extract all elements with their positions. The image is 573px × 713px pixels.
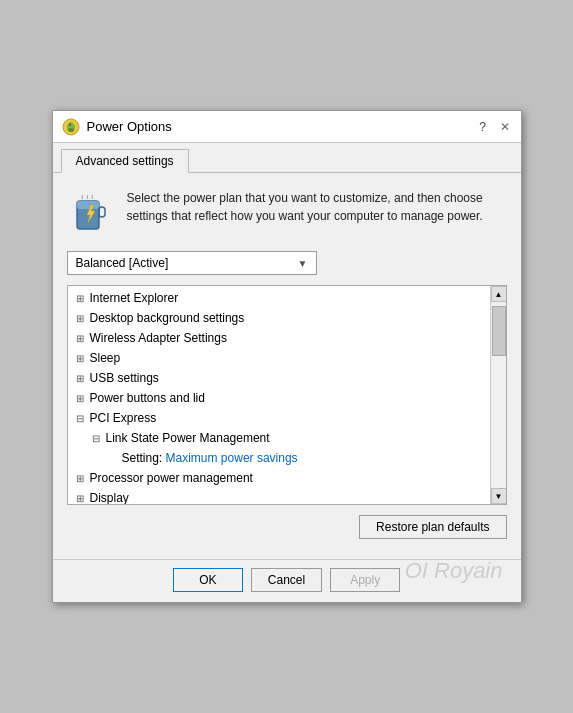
scroll-up-button[interactable]: ▲ bbox=[491, 286, 507, 302]
expand-internet-explorer-icon[interactable]: ⊞ bbox=[72, 290, 88, 306]
close-button[interactable]: ✕ bbox=[497, 119, 513, 135]
power-options-window: Power Options ? ✕ Advanced settings bbox=[52, 110, 522, 603]
apply-button[interactable]: Apply bbox=[330, 568, 400, 592]
expand-usb-icon[interactable]: ⊞ bbox=[72, 370, 88, 386]
cancel-button[interactable]: Cancel bbox=[251, 568, 322, 592]
link-state-label: Link State Power Management bbox=[106, 431, 270, 445]
settings-list: ⊞ Internet Explorer ⊞ Desktop background… bbox=[68, 286, 506, 505]
description-text: Select the power plan that you want to c… bbox=[127, 189, 507, 225]
list-item[interactable]: ⊞ Desktop background settings bbox=[68, 308, 506, 328]
settings-list-container[interactable]: ⊞ Internet Explorer ⊞ Desktop background… bbox=[67, 285, 507, 505]
expand-link-state-icon[interactable]: ⊟ bbox=[88, 430, 104, 446]
expand-wireless-icon[interactable]: ⊞ bbox=[72, 330, 88, 346]
setting-row-container: Setting: Maximum power savings bbox=[68, 448, 506, 468]
scrollbar[interactable]: ▲ ▼ bbox=[490, 286, 506, 504]
expand-sleep-icon[interactable]: ⊞ bbox=[72, 350, 88, 366]
expand-pci-icon[interactable]: ⊟ bbox=[72, 410, 88, 426]
pci-express-label: PCI Express bbox=[90, 411, 157, 425]
help-button[interactable]: ? bbox=[475, 119, 491, 135]
list-item[interactable]: ⊟ PCI Express bbox=[68, 408, 506, 428]
dropdown-arrow-icon: ▼ bbox=[298, 258, 308, 269]
power-buttons-lid-label: Power buttons and lid bbox=[90, 391, 205, 405]
title-controls: ? ✕ bbox=[475, 119, 513, 135]
list-item[interactable]: ⊟ Link State Power Management bbox=[68, 428, 506, 448]
svg-rect-3 bbox=[77, 201, 99, 209]
scroll-thumb[interactable] bbox=[492, 306, 506, 356]
list-item[interactable]: ⊞ USB settings bbox=[68, 368, 506, 388]
power-plan-dropdown[interactable]: Balanced [Active] ▼ bbox=[67, 251, 317, 275]
list-item[interactable]: ⊞ Wireless Adapter Settings bbox=[68, 328, 506, 348]
usb-settings-label: USB settings bbox=[90, 371, 159, 385]
restore-plan-defaults-button[interactable]: Restore plan defaults bbox=[359, 515, 506, 539]
internet-explorer-label: Internet Explorer bbox=[90, 291, 179, 305]
list-item[interactable]: ⊞ Sleep bbox=[68, 348, 506, 368]
list-item[interactable]: ⊞ Display bbox=[68, 488, 506, 505]
svg-rect-4 bbox=[99, 207, 105, 217]
power-plan-icon bbox=[67, 189, 115, 237]
description-area: Select the power plan that you want to c… bbox=[67, 189, 507, 237]
dropdown-area: Balanced [Active] ▼ bbox=[67, 251, 507, 275]
expand-processor-icon[interactable]: ⊞ bbox=[72, 470, 88, 486]
list-item[interactable]: ⊞ Power buttons and lid bbox=[68, 388, 506, 408]
maximum-power-savings-link[interactable]: Maximum power savings bbox=[166, 451, 298, 465]
restore-btn-area: Restore plan defaults bbox=[67, 515, 507, 539]
list-item[interactable]: ⊞ Processor power management bbox=[68, 468, 506, 488]
ok-button[interactable]: OK bbox=[173, 568, 243, 592]
scroll-down-button[interactable]: ▼ bbox=[491, 488, 507, 504]
expand-display-icon[interactable]: ⊞ bbox=[72, 490, 88, 505]
list-item[interactable]: ⊞ Internet Explorer bbox=[68, 288, 506, 308]
sleep-label: Sleep bbox=[90, 351, 121, 365]
display-label: Display bbox=[90, 491, 129, 505]
tab-advanced-settings[interactable]: Advanced settings bbox=[61, 149, 189, 173]
wireless-adapter-label: Wireless Adapter Settings bbox=[90, 331, 227, 345]
tab-bar: Advanced settings bbox=[53, 143, 521, 173]
window-icon bbox=[61, 117, 81, 137]
setting-spacer bbox=[104, 450, 120, 466]
bottom-buttons: OK Cancel Apply bbox=[53, 559, 521, 602]
desktop-background-label: Desktop background settings bbox=[90, 311, 245, 325]
title-bar: Power Options ? ✕ bbox=[53, 111, 521, 143]
expand-desktop-bg-icon[interactable]: ⊞ bbox=[72, 310, 88, 326]
window-title: Power Options bbox=[87, 119, 475, 134]
expand-power-buttons-icon[interactable]: ⊞ bbox=[72, 390, 88, 406]
setting-key-label: Setting: bbox=[122, 451, 166, 465]
svg-point-1 bbox=[68, 128, 74, 132]
list-item[interactable]: Setting: Maximum power savings bbox=[68, 448, 506, 468]
processor-power-label: Processor power management bbox=[90, 471, 253, 485]
dropdown-value: Balanced [Active] bbox=[76, 256, 169, 270]
content-area: Select the power plan that you want to c… bbox=[53, 173, 521, 559]
